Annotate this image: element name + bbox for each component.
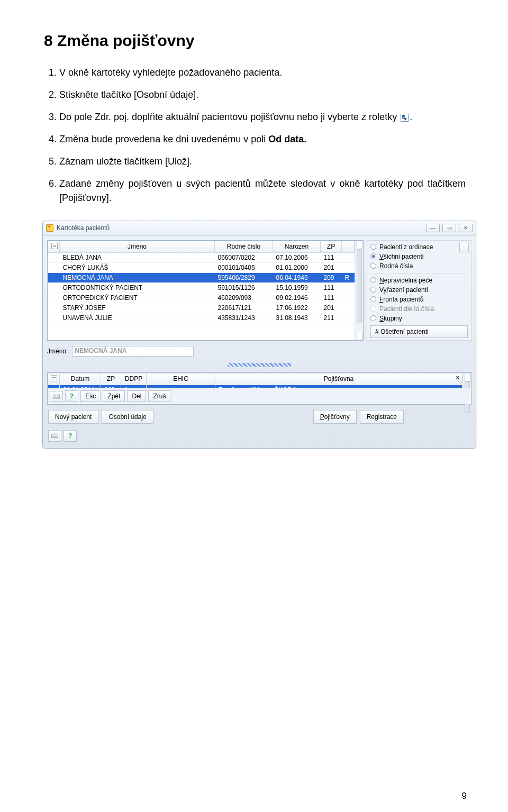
table-row[interactable]: CHORÝ LUKÁŠ000101/040501.01.2000201 xyxy=(48,262,355,272)
book-icon-button[interactable]: 📖 xyxy=(48,430,61,442)
table-row-selected[interactable]: NEMOCNÁ JANA595406/282906.04.1945209R xyxy=(48,272,355,282)
del-button[interactable]: Del xyxy=(127,390,146,402)
title-bar: Kartotéka pacientů — ▭ ✕ xyxy=(43,221,476,236)
novy-pacient-button[interactable]: Nový pacient xyxy=(48,410,98,424)
save-icon[interactable] xyxy=(459,243,469,252)
window-title: Kartotéka pacientů xyxy=(57,224,110,232)
grid-corner[interactable] xyxy=(48,373,60,385)
radio-rodna[interactable]: Rodná čísla xyxy=(370,262,468,270)
col-ehic[interactable]: EHIC xyxy=(147,373,215,385)
splitter[interactable] xyxy=(47,362,471,368)
radio-skupiny[interactable]: Skupiny xyxy=(370,314,468,323)
radio-ordinace[interactable]: Pacienti z ordinace xyxy=(370,243,468,251)
filter-panel: Pacienti z ordinace Všichni pacienti Rod… xyxy=(367,240,471,341)
grid-corner[interactable] xyxy=(48,241,60,252)
jmeno-label: Jméno: xyxy=(47,348,68,355)
zpet-button[interactable]: Zpět xyxy=(103,390,125,402)
instruction-step: Zadané změny pojišťoven u svých pacientů… xyxy=(59,177,466,204)
table-row[interactable]: UNAVENÁ JULIE435831/124331.08.1943211 xyxy=(48,313,355,323)
instruction-step: Změna bude provedena ke dni uvedenému v … xyxy=(59,132,466,146)
zrus-button[interactable]: Zruš xyxy=(148,390,170,402)
col-datum[interactable]: Datum xyxy=(60,373,101,385)
close-button[interactable]: ✕ xyxy=(459,224,473,232)
instruction-step: V okně kartotéky vyhledejte požadovaného… xyxy=(59,66,466,79)
radio-fronta[interactable]: Fronta pacientů xyxy=(370,295,468,304)
radio-vyrazeni[interactable]: Vyřazení pacienti xyxy=(370,286,468,294)
app-window: Kartotéka pacientů — ▭ ✕ Jméno Rodné čí xyxy=(42,221,476,449)
instruction-step: Do pole Zdr. poj. doplňte aktuální pacie… xyxy=(59,110,466,124)
radio-idcisla: Pacienti dle Id.čísla xyxy=(370,305,468,313)
osobni-udaje-button[interactable]: Osobní údaje xyxy=(102,410,153,424)
help-button[interactable]: ? xyxy=(64,430,77,442)
osetreni-button[interactable]: # Ošetření pacienti xyxy=(370,325,468,338)
help-button[interactable]: ? xyxy=(65,390,78,402)
insurance-grid[interactable]: × 9 Datum ZP DDPP EHIC Pojišťovna 01.01.… xyxy=(47,372,471,405)
table-row[interactable]: ORTOPEDICKÝ PACIENT460209/09309.02.19461… xyxy=(48,293,355,303)
col-ddpp[interactable]: DDPP xyxy=(121,373,147,385)
app-icon xyxy=(46,224,53,232)
table-row[interactable]: STARÝ JOSEF220617/12117.06.1922201 xyxy=(48,303,355,313)
action-toolbar: Nový pacient Osobní údaje Pojišťovny Reg… xyxy=(47,408,471,426)
radio-vsichni[interactable]: Všichni pacienti xyxy=(370,252,468,261)
table-row[interactable]: BLEDÁ JANA066007/020207.10.2006111 xyxy=(48,252,355,262)
registrace-button[interactable]: Registrace xyxy=(360,410,404,424)
minimize-button[interactable]: — xyxy=(426,224,440,232)
list-icon xyxy=(51,375,57,381)
status-bar: 📖 ? xyxy=(47,429,471,444)
instruction-step: Stiskněte tlačítko [Osobní údaje]. xyxy=(59,88,466,102)
section-heading: 8 Změna pojišťovny xyxy=(44,32,466,50)
col-jmeno[interactable]: Jméno xyxy=(60,241,215,252)
col-narozen[interactable]: Narozen xyxy=(273,241,321,252)
instruction-step: Záznam uložte tlačítkem [Ulož]. xyxy=(59,154,466,168)
table-row[interactable]: ORTODONTICKÝ PACIENT591015/112615.10.195… xyxy=(48,282,355,293)
col-r[interactable] xyxy=(342,241,355,252)
subpanel-close-icon[interactable]: × xyxy=(454,374,461,381)
col-zp[interactable]: ZP xyxy=(321,241,342,252)
dropdown-roletka-icon xyxy=(401,114,409,122)
maximize-button[interactable]: ▭ xyxy=(442,224,456,232)
scrollbar[interactable] xyxy=(355,241,363,340)
col-rc[interactable]: Rodné číslo xyxy=(215,241,273,252)
jmeno-input[interactable]: NEMOCNÁ JANA xyxy=(72,346,194,357)
list-icon xyxy=(51,243,58,249)
esc-button[interactable]: Esc xyxy=(80,390,101,402)
instruction-list: V okně kartotéky vyhledejte požadovaného… xyxy=(42,66,466,205)
col-zp2[interactable]: ZP xyxy=(101,373,121,385)
radio-nepravidelna[interactable]: Nepravidelná péče xyxy=(370,276,468,285)
patients-grid[interactable]: Jméno Rodné číslo Narozen ZP BLEDÁ JANA0… xyxy=(47,240,364,341)
col-pojistovna[interactable]: Pojišťovna xyxy=(215,373,462,385)
pojistovny-button[interactable]: Pojišťovny xyxy=(313,410,357,424)
book-icon-button[interactable]: 📖 xyxy=(50,391,63,402)
